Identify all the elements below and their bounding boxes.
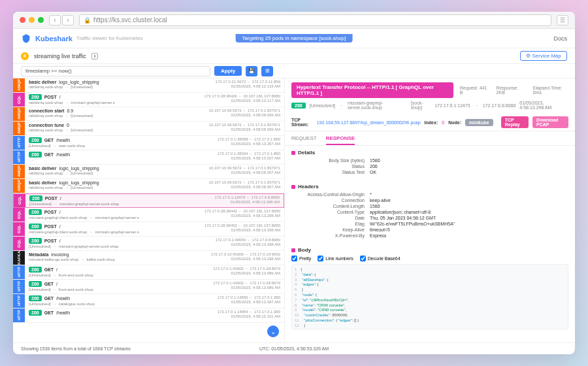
stream-status-icon: II — [21, 52, 29, 60]
detail-status-code: 200 — [291, 103, 306, 108]
traffic-entry[interactable]: HTTP 200GET/health [Unresolved]→user.soc… — [13, 136, 284, 150]
maximize-window[interactable] — [38, 17, 44, 23]
url-text: https://ks.svc.cluster.local — [93, 16, 167, 24]
forward-button[interactable]: › — [62, 15, 74, 25]
decode-base64-checkbox[interactable]: Decode Base64 — [360, 256, 400, 261]
status-code: 200 — [29, 195, 42, 201]
footer-utc: UTC: 01/05/2023, 4:50:53.326 AM — [259, 346, 329, 351]
section-details: Details Body Size (bytes)1580Status200St… — [285, 146, 575, 180]
filter-input[interactable] — [21, 66, 210, 76]
tcp-stream-row: TCP Stream: 192.168.59.127:8897/tcp_stre… — [285, 114, 575, 131]
traffic-entry[interactable]: AMQP basic deliverlogic_logs_shipping ra… — [13, 179, 284, 193]
traffic-entry[interactable]: GQL 200POST/ [Unresolved]→mizutani-graph… — [13, 193, 284, 208]
save-filter-button[interactable]: 💾 — [246, 66, 257, 76]
traffic-entry[interactable]: AMQP connection tune0 rabbitmq.sock-shop… — [13, 122, 284, 136]
section-headers: Headers Access-Control-Allow-Origin*Conn… — [285, 180, 575, 243]
traffic-entry[interactable]: HTTP 200GET/health [Unresolved]→catalogu… — [13, 294, 284, 308]
traffic-lights — [20, 17, 44, 23]
protocol-badge: AMQP — [13, 122, 25, 135]
protocol-badge: GQL — [13, 222, 25, 236]
status-code: 200 — [29, 137, 42, 143]
protocol-badge: GQL — [14, 194, 25, 207]
logo[interactable]: Kubeshark Traffic viewer for Kubernetes — [21, 33, 143, 44]
traffic-entry[interactable]: AMQP basic deliverlogic_logs_shipping ra… — [13, 165, 284, 179]
protocol-badge: HTTP — [13, 265, 25, 279]
browser-bar: ‹ › 🔒 https://ks.svc.cluster.local ☰ — [13, 12, 575, 29]
protocol-badge: HTTP — [13, 136, 25, 150]
detail-panel: Hypertext Transfer Protocol -- HTTP/1.1 … — [285, 78, 575, 342]
protocol-badge: HTTP — [13, 308, 25, 322]
traffic-entry[interactable]: GQL 200POST/ mizutani-graphql-client.soc… — [13, 208, 284, 222]
back-button[interactable]: ‹ — [49, 15, 61, 25]
stream-status-text: streaming live traffic — [34, 53, 86, 59]
tcp-replay-button[interactable]: TCP Replay — [501, 116, 529, 128]
protocol-badge: AMQP — [13, 78, 25, 92]
pretty-checkbox[interactable]: Pretty — [291, 256, 311, 261]
status-code: 200 — [29, 209, 42, 215]
protocol-badge: HTTP — [13, 294, 25, 308]
status-code: 200 — [29, 281, 42, 287]
targeting-notice: Targeting 25 pods in namespace [sock-sho… — [236, 34, 353, 42]
docs-link[interactable]: Docs — [553, 35, 567, 42]
tab-request[interactable]: REQUEST — [291, 135, 317, 145]
lock-icon: 🔒 — [84, 17, 91, 24]
status-code: 200 — [29, 295, 42, 301]
status-row: II streaming live traffic ⏸ ⚙ Service Ma… — [13, 48, 575, 64]
protocol-badge: HTTP — [13, 280, 25, 293]
traffic-entry[interactable]: KAFKA Metadatainvoicing mizutani-kafka-g… — [13, 251, 284, 265]
service-map-button[interactable]: ⚙ Service Map — [520, 51, 567, 61]
protocol-badge: AMQP — [13, 107, 25, 121]
app-header: Kubeshark Traffic viewer for Kubernetes … — [13, 29, 575, 48]
protocol-badge: HTTP — [13, 150, 25, 164]
browser-menu[interactable]: ☰ — [557, 15, 568, 25]
status-code: 200 — [29, 94, 42, 100]
download-pcap-button[interactable]: Download PCAP — [532, 116, 568, 128]
traffic-entry[interactable]: AMQP connection start0.9 rabbitmq.sock-s… — [13, 107, 284, 122]
expand-filter-button[interactable]: ⊞ — [261, 66, 273, 76]
protocol-badge: GQL — [13, 93, 25, 107]
footer: Showing 1536 items from a total of 1068 … — [13, 342, 575, 354]
traffic-entry[interactable]: GQL 200POST/ mizutani-graphql-client.soc… — [13, 222, 284, 237]
status-code: 200 — [29, 267, 42, 273]
entries-panel: AMQP basic deliverlogs_logic_shipping ra… — [13, 78, 285, 342]
detail-stats: Request: 441 B Response: 2KB Elapsed Tim… — [460, 86, 568, 95]
close-window[interactable] — [20, 17, 25, 23]
traffic-entry[interactable]: HTTP 200GET/ [Unresolved]→front-end.sock… — [13, 265, 284, 280]
traffic-entry[interactable]: HTTP 200GET/health → 172.17.0.1:38394 ← … — [13, 150, 284, 165]
traffic-entry[interactable]: GQL 200POST/ rabbitmq.sock-shop→mizutani… — [13, 93, 284, 107]
status-code: 200 — [29, 152, 42, 158]
response-body[interactable]: 1{2 "data": {3 "allStarships": {4 "edges… — [291, 264, 568, 329]
traffic-entry[interactable]: AMQP basic deliverlogs_logic_shipping ra… — [13, 78, 284, 93]
entries-list[interactable]: AMQP basic deliverlogs_logic_shipping ra… — [13, 78, 284, 342]
traffic-entry[interactable]: HTTP 200GET/health → 172.17.0.1:14854 ← … — [13, 308, 284, 323]
app-name: Kubeshark — [35, 35, 73, 42]
protocol-badge: GQL — [13, 208, 25, 222]
url-bar[interactable]: 🔒 https://ks.svc.cluster.local — [79, 14, 551, 26]
logo-icon — [21, 33, 31, 44]
line-numbers-checkbox[interactable]: Line numbers — [318, 256, 353, 261]
status-code: 200 — [29, 238, 42, 244]
pause-button[interactable]: ⏸ — [91, 53, 98, 59]
tab-response[interactable]: RESPONSE — [326, 135, 355, 145]
node-badge: minikube — [465, 119, 493, 126]
filter-row: Apply 💾 ⊞ — [13, 64, 575, 78]
apply-button[interactable]: Apply — [214, 66, 242, 76]
protocol-badge: AMQP — [13, 165, 25, 178]
protocol-badge: KAFKA — [13, 251, 25, 265]
detail-tabs: REQUEST RESPONSE — [285, 131, 575, 146]
minimize-window[interactable] — [29, 17, 35, 23]
scroll-down-button[interactable]: ⌄ — [267, 325, 279, 337]
protocol-badge: AMQP — [13, 179, 25, 193]
protocol-badge: GQL — [13, 237, 25, 250]
section-body: Body Pretty Line numbers Decode Base64 1… — [285, 243, 575, 333]
status-code: 200 — [29, 310, 42, 316]
detail-title: Hypertext Transfer Protocol -- HTTP/1.1 … — [291, 82, 453, 98]
traffic-entry[interactable]: GQL 200POST/ [Unresolved]→mizutani-graph… — [13, 237, 284, 251]
app-tagline: Traffic viewer for Kubernetes — [76, 35, 143, 41]
gear-icon: ⚙ — [526, 53, 531, 59]
footer-count: Showing 1536 items from a total of 1068 … — [21, 346, 131, 351]
status-code: 200 — [29, 224, 42, 229]
traffic-entry[interactable]: HTTP 200GET/ [Unresolved]→front-end.sock… — [13, 280, 284, 294]
tcp-stream-link[interactable]: 192.168.59.127:8897/tcp_stream_000000296… — [317, 120, 421, 125]
